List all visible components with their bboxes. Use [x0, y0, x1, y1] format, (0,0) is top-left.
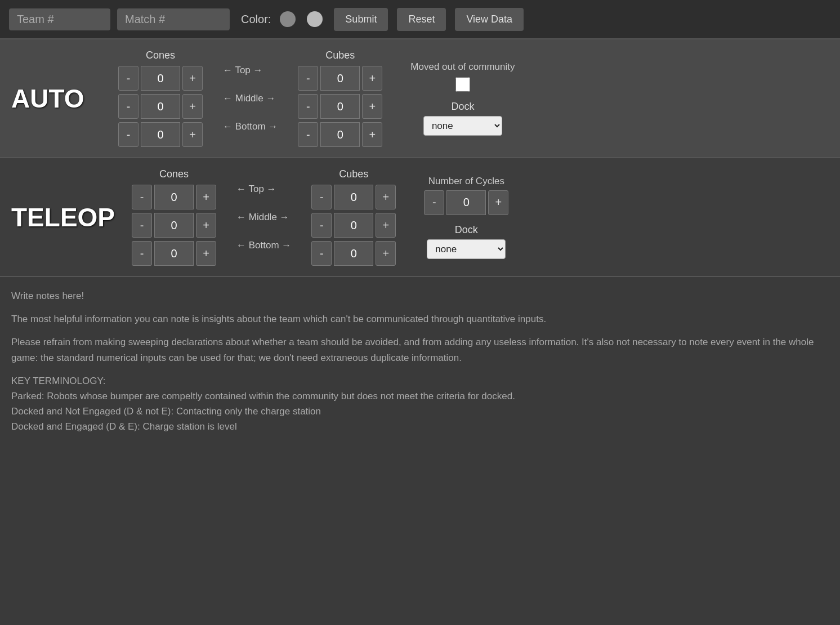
header-bar: Color: Submit Reset View Data — [0, 0, 840, 39]
auto-moved-out-checkbox[interactable] — [455, 77, 470, 92]
teleop-cubes-top-plus[interactable]: + — [376, 185, 396, 209]
teleop-cubes-mid-minus[interactable]: - — [311, 213, 332, 238]
notes-placeholder: Write notes here! — [11, 288, 829, 303]
auto-cones-bot-minus[interactable]: - — [118, 122, 138, 147]
notes-content: Write notes here! The most helpful infor… — [11, 288, 829, 435]
notes-docked-not-e: Docked and Not Engaged (D & not E): Cont… — [11, 404, 829, 419]
teleop-cones-top-row: - 0 + — [132, 185, 216, 209]
reset-button[interactable]: Reset — [397, 8, 446, 31]
notes-docked-e: Docked and Engaged (D & E): Charge stati… — [11, 419, 829, 434]
teleop-cones-mid-minus[interactable]: - — [132, 213, 152, 238]
teleop-cones-top-plus[interactable]: + — [196, 185, 216, 209]
auto-cubes-top-row: - 0 + — [298, 66, 382, 91]
teleop-label: TELEOP — [11, 202, 115, 233]
auto-cubes-mid-val: 0 — [320, 94, 360, 119]
auto-label: AUTO — [11, 83, 101, 114]
view-data-button[interactable]: View Data — [455, 8, 524, 31]
auto-arrow-labels: ← Top → ← Middle → ← Bottom → — [223, 58, 278, 139]
auto-cubes-bot-val: 0 — [320, 122, 360, 147]
notes-hint1: The most helpful information you can not… — [11, 311, 829, 327]
teleop-cubes-group: Cubes - 0 + - 0 + - 0 + — [311, 168, 396, 266]
teleop-section: TELEOP Cones - 0 + - 0 + - 0 + — [0, 158, 840, 277]
auto-dock-select[interactable]: none Parked Docked (not E) Docked (E) — [423, 116, 502, 136]
teleop-cubes-mid-plus[interactable]: + — [376, 213, 396, 238]
teleop-cycles-plus[interactable]: + — [488, 190, 508, 215]
teleop-right-controls: Number of Cycles - 0 + Dock none Parked … — [424, 176, 508, 259]
teleop-cubes-bot-row: - 0 + — [311, 241, 396, 266]
teleop-cones-mid-plus[interactable]: + — [196, 213, 216, 238]
teleop-cycles-minus[interactable]: - — [424, 190, 444, 215]
notes-key-terms: KEY TERMINOLOGY: Parked: Robots whose bu… — [11, 373, 829, 435]
teleop-cycles-group: Number of Cycles - 0 + — [424, 176, 508, 215]
color-label: Color: — [241, 13, 271, 26]
teleop-dock-select[interactable]: none Parked Docked (not E) Docked (E) — [427, 239, 506, 259]
auto-cones-mid-minus[interactable]: - — [118, 94, 138, 119]
auto-cubes-bot-plus[interactable]: + — [362, 122, 382, 147]
auto-cones-bot-row: - 0 + — [118, 122, 203, 147]
teleop-cubes-mid-row: - 0 + — [311, 213, 396, 238]
teleop-cones-group: Cones - 0 + - 0 + - 0 + — [132, 168, 216, 266]
teleop-cubes-label: Cubes — [339, 168, 368, 180]
auto-cubes-bot-row: - 0 + — [298, 122, 382, 147]
auto-mid-arrow: ← Middle → — [223, 86, 278, 111]
auto-cubes-top-val: 0 — [320, 66, 360, 91]
auto-cones-mid-plus[interactable]: + — [182, 94, 203, 119]
auto-cubes-label: Cubes — [325, 50, 355, 61]
auto-cones-label: Cones — [146, 50, 175, 61]
auto-cones-bot-plus[interactable]: + — [182, 122, 203, 147]
auto-top-arrow: ← Top → — [223, 58, 278, 83]
teleop-cycles-val: 0 — [446, 190, 486, 215]
submit-button[interactable]: Submit — [334, 8, 388, 31]
color-circle-gray[interactable] — [280, 11, 296, 27]
teleop-cycles-label: Number of Cycles — [428, 176, 504, 187]
auto-cubes-group: Cubes - 0 + - 0 + - 0 + — [298, 50, 382, 147]
match-input[interactable] — [117, 8, 230, 30]
auto-cones-top-row: - 0 + — [118, 66, 203, 91]
auto-cubes-top-plus[interactable]: + — [362, 66, 382, 91]
color-circle-light[interactable] — [307, 11, 323, 27]
teleop-cubes-bot-minus[interactable]: - — [311, 241, 332, 266]
notes-key-terms-header: KEY TERMINOLOGY: — [11, 373, 829, 389]
notes-hint2: Please refrain from making sweeping decl… — [11, 334, 829, 365]
teleop-cones-bot-val: 0 — [154, 241, 194, 266]
auto-cubes-mid-minus[interactable]: - — [298, 94, 318, 119]
teleop-mid-arrow: ← Middle → — [236, 205, 291, 230]
teleop-cubes-bot-val: 0 — [334, 241, 373, 266]
auto-cones-bot-val: 0 — [141, 122, 180, 147]
teleop-cones-top-minus[interactable]: - — [132, 185, 152, 209]
teleop-dock-group: Dock none Parked Docked (not E) Docked (… — [424, 224, 508, 259]
teleop-cubes-bot-plus[interactable]: + — [376, 241, 396, 266]
teleop-dock-label: Dock — [455, 224, 478, 236]
auto-cubes-top-minus[interactable]: - — [298, 66, 318, 91]
teleop-cones-bot-plus[interactable]: + — [196, 241, 216, 266]
auto-cubes-mid-plus[interactable]: + — [362, 94, 382, 119]
notes-parked-def: Parked: Robots whose bumper are compeltl… — [11, 389, 829, 404]
auto-cones-mid-row: - 0 + — [118, 94, 203, 119]
auto-moved-out-group: Moved out of community — [410, 61, 515, 92]
teleop-cubes-mid-val: 0 — [334, 213, 373, 238]
teleop-arrow-labels: ← Top → ← Middle → ← Bottom → — [236, 177, 291, 258]
auto-cones-top-plus[interactable]: + — [182, 66, 203, 91]
auto-cones-top-val: 0 — [141, 66, 180, 91]
teleop-bot-arrow: ← Bottom → — [236, 233, 291, 258]
teleop-cubes-top-val: 0 — [334, 185, 373, 209]
auto-moved-out-label: Moved out of community — [410, 61, 515, 73]
auto-bot-arrow: ← Bottom → — [223, 114, 278, 139]
auto-cones-group: Cones - 0 + - 0 + - 0 + — [118, 50, 203, 147]
teleop-cones-bot-row: - 0 + — [132, 241, 216, 266]
auto-cones-top-minus[interactable]: - — [118, 66, 138, 91]
auto-cubes-mid-row: - 0 + — [298, 94, 382, 119]
teleop-cones-bot-minus[interactable]: - — [132, 241, 152, 266]
team-input[interactable] — [9, 8, 110, 30]
auto-section: AUTO Cones - 0 + - 0 + - — [0, 39, 840, 158]
notes-section: Write notes here! The most helpful infor… — [0, 277, 840, 446]
teleop-cones-mid-val: 0 — [154, 213, 194, 238]
teleop-top-arrow: ← Top → — [236, 177, 291, 202]
teleop-cones-top-val: 0 — [154, 185, 194, 209]
auto-dock-label: Dock — [451, 101, 474, 113]
teleop-cubes-top-minus[interactable]: - — [311, 185, 332, 209]
auto-cubes-bot-minus[interactable]: - — [298, 122, 318, 147]
auto-right-controls: Moved out of community Dock none Parked … — [410, 61, 515, 136]
teleop-cycles-row: - 0 + — [424, 190, 508, 215]
teleop-cubes-top-row: - 0 + — [311, 185, 396, 209]
